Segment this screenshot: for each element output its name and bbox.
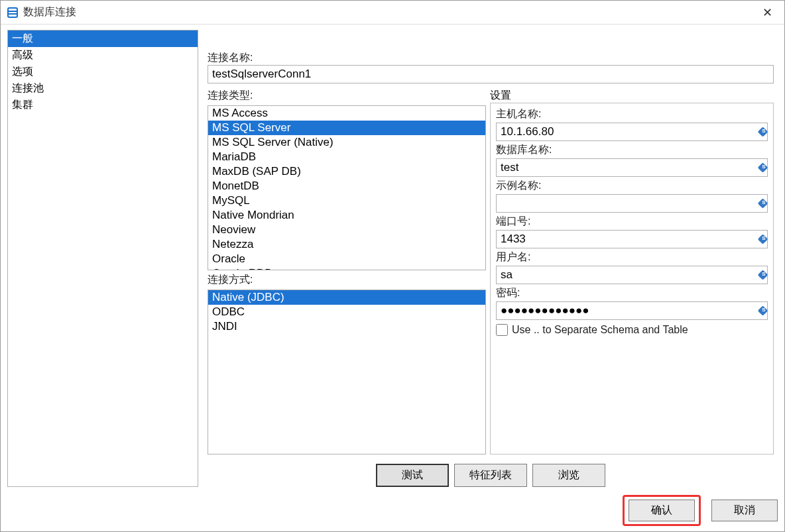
titlebar: 数据库连接 ✕ xyxy=(1,1,784,25)
double-dot-label: Use .. to Separate Schema and Table xyxy=(512,324,688,336)
settings-title: 设置 xyxy=(490,89,774,103)
conn-method-list[interactable]: Native (JDBC) ODBC JNDI xyxy=(208,290,486,454)
footer: 确认 取消 xyxy=(1,494,784,531)
conn-method-item[interactable]: Native (JDBC) xyxy=(208,290,485,305)
right-pane: 连接名称: 连接类型: MS Access MS SQL Server MS S… xyxy=(204,30,778,487)
test-button[interactable]: 测试 xyxy=(376,464,449,487)
conn-type-item[interactable]: MS SQL Server xyxy=(208,121,485,135)
window-title: 数据库连接 xyxy=(23,5,76,19)
settings-group: 主机名称: 数据库名称: xyxy=(490,103,774,454)
ok-button[interactable]: 确认 xyxy=(629,500,695,521)
port-input[interactable] xyxy=(496,230,768,248)
port-label: 端口号: xyxy=(496,215,768,229)
pass-input[interactable] xyxy=(496,301,768,320)
right-column: 设置 主机名称: 数据库名称: xyxy=(490,89,774,454)
conn-type-item[interactable]: MS SQL Server (Native) xyxy=(208,135,485,150)
conn-type-item[interactable]: MonetDB xyxy=(208,179,485,193)
category-item-options[interactable]: 选项 xyxy=(8,64,198,80)
ok-highlight: 确认 xyxy=(623,495,701,526)
conn-type-item[interactable]: Native Mondrian xyxy=(208,208,485,223)
browse-button[interactable]: 浏览 xyxy=(532,464,605,487)
dialog-body: 一般 高级 选项 连接池 集群 连接名称: 连接类型: MS Access M xyxy=(1,25,784,494)
main-row: 一般 高级 选项 连接池 集群 连接名称: 连接类型: MS Access M xyxy=(7,30,778,487)
conn-name-input[interactable] xyxy=(208,65,774,83)
action-buttons: 测试 特征列表 浏览 xyxy=(204,458,778,487)
user-label: 用户名: xyxy=(496,250,768,264)
feature-list-button[interactable]: 特征列表 xyxy=(454,464,527,487)
conn-type-item[interactable]: MaxDB (SAP DB) xyxy=(208,164,485,179)
conn-type-item[interactable]: MariaDB xyxy=(208,150,485,164)
conn-type-item[interactable]: MS Access xyxy=(208,106,485,121)
category-item-cluster[interactable]: 集群 xyxy=(8,97,198,113)
cancel-button[interactable]: 取消 xyxy=(711,500,778,521)
left-column: 连接类型: MS Access MS SQL Server MS SQL Ser… xyxy=(208,89,486,454)
category-item-general[interactable]: 一般 xyxy=(8,30,198,47)
dialog-window: 数据库连接 ✕ 一般 高级 选项 连接池 集群 连接名称: 连接类型: xyxy=(0,0,785,532)
conn-name-row: 连接名称: xyxy=(204,50,778,85)
double-dot-checkbox[interactable] xyxy=(496,324,508,336)
category-item-advanced[interactable]: 高级 xyxy=(8,47,198,64)
conn-method-item[interactable]: JNDI xyxy=(208,319,485,334)
host-field: 主机名称: xyxy=(496,107,768,141)
host-input[interactable] xyxy=(496,123,768,141)
database-icon xyxy=(7,7,18,18)
db-input[interactable] xyxy=(496,158,768,177)
user-field: 用户名: xyxy=(496,250,768,284)
conn-type-label: 连接类型: xyxy=(208,89,486,103)
conn-type-item[interactable]: Neoview xyxy=(208,223,485,237)
double-dot-row[interactable]: Use .. to Separate Schema and Table xyxy=(496,324,768,336)
user-input[interactable] xyxy=(496,266,768,284)
host-label: 主机名称: xyxy=(496,107,768,121)
conn-type-item[interactable]: Oracle xyxy=(208,252,485,266)
pass-field: 密码: xyxy=(496,286,768,320)
instance-label: 示例名称: xyxy=(496,179,768,193)
pass-label: 密码: xyxy=(496,286,768,300)
db-label: 数据库名称: xyxy=(496,143,768,157)
conn-name-label: 连接名称: xyxy=(208,51,774,65)
instance-field: 示例名称: xyxy=(496,179,768,213)
port-field: 端口号: xyxy=(496,215,768,248)
conn-type-item[interactable]: Netezza xyxy=(208,237,485,252)
conn-type-item[interactable]: MySQL xyxy=(208,193,485,208)
category-list[interactable]: 一般 高级 选项 连接池 集群 xyxy=(7,30,198,487)
close-icon[interactable]: ✕ xyxy=(756,3,778,22)
db-field: 数据库名称: xyxy=(496,143,768,177)
category-item-pool[interactable]: 连接池 xyxy=(8,80,198,97)
instance-input[interactable] xyxy=(496,194,768,213)
conn-type-item[interactable]: Oracle RDB xyxy=(208,266,485,270)
split-row: 连接类型: MS Access MS SQL Server MS SQL Ser… xyxy=(204,89,778,458)
conn-method-label: 连接方式: xyxy=(208,273,486,287)
conn-method-item[interactable]: ODBC xyxy=(208,305,485,319)
conn-type-list[interactable]: MS Access MS SQL Server MS SQL Server (N… xyxy=(208,105,486,270)
